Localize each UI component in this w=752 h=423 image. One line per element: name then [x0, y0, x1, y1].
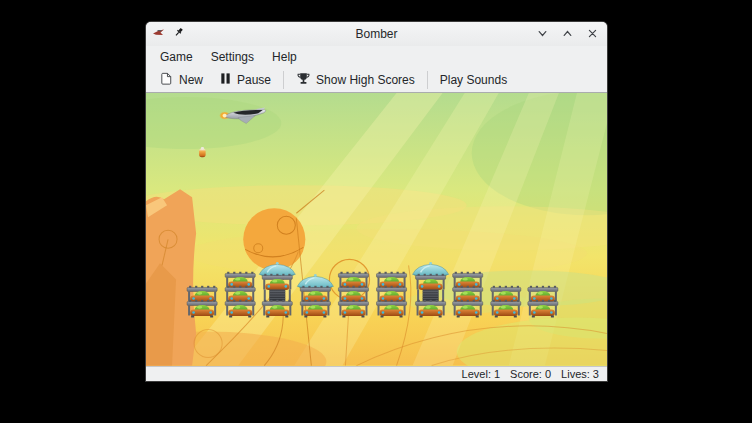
- desktop-background: { "titlebar": { "title": "Bomber", "icon…: [0, 0, 752, 423]
- maximize-button[interactable]: [559, 26, 575, 42]
- trophy-icon: [296, 71, 311, 89]
- tower: [187, 286, 217, 318]
- play-sounds-toggle[interactable]: Play Sounds: [432, 71, 515, 89]
- toolbar-separator: [283, 71, 284, 89]
- toolbar: New Pause Show High Scores Play Sounds: [146, 68, 607, 93]
- level-indicator: Level: 1: [462, 368, 501, 380]
- pause-button[interactable]: Pause: [211, 70, 279, 90]
- menubar: Game Settings Help: [146, 46, 607, 68]
- bomber-app-icon[interactable]: [153, 25, 165, 43]
- tower: [528, 286, 558, 318]
- chevron-down-icon: [537, 27, 548, 42]
- chevron-up-icon: [562, 27, 573, 42]
- game-canvas[interactable]: [146, 93, 607, 366]
- titlebar: Bomber: [146, 22, 607, 46]
- lives-indicator: Lives: 3: [561, 368, 599, 380]
- menu-settings[interactable]: Settings: [202, 48, 263, 66]
- tower: [491, 286, 521, 318]
- menu-game[interactable]: Game: [151, 48, 202, 66]
- pin-icon[interactable]: [172, 25, 185, 43]
- bomber-window: Bomber Game Settings Help New Pause: [146, 22, 607, 381]
- statusbar: Level: 1 Score: 0 Lives: 3: [146, 366, 607, 381]
- new-document-icon: [159, 71, 174, 89]
- game-background: [146, 93, 607, 366]
- pause-icon: [219, 72, 232, 88]
- score-indicator: Score: 0: [510, 368, 551, 380]
- tower: [413, 262, 449, 318]
- tower: [297, 274, 333, 317]
- toolbar-separator: [427, 71, 428, 89]
- tower: [259, 262, 295, 318]
- close-button[interactable]: [584, 26, 600, 42]
- show-high-scores-button[interactable]: Show High Scores: [288, 69, 423, 91]
- new-button[interactable]: New: [151, 69, 211, 91]
- close-x-icon: [587, 27, 598, 42]
- minimize-button[interactable]: [534, 26, 550, 42]
- menu-help[interactable]: Help: [263, 48, 306, 66]
